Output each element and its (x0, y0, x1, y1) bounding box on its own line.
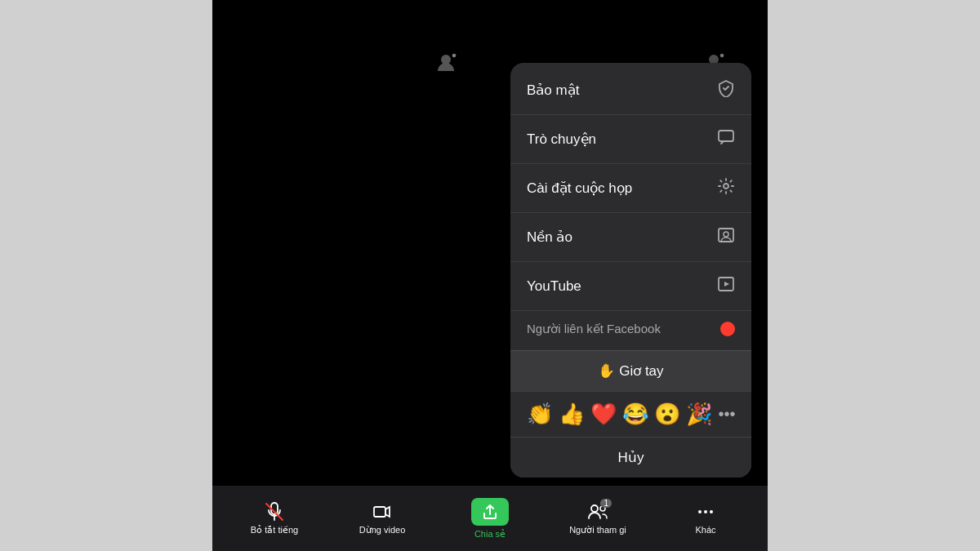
svg-rect-10 (719, 229, 733, 242)
emoji-more-button[interactable]: ••• (718, 405, 735, 424)
menu-item-tro-chuyen[interactable]: Trò chuyện (510, 115, 751, 164)
svg-point-11 (724, 232, 728, 237)
raise-hand-section[interactable]: ✋ Giơ tay (510, 350, 751, 391)
red-circle-icon (720, 322, 735, 336)
toolbar-mute[interactable]: Bỏ tắt tiếng (246, 502, 303, 535)
chat-icon (717, 128, 735, 150)
raise-hand-button[interactable]: ✋ Giơ tay (598, 363, 663, 379)
menu-item-cai-dat-label: Cài đặt cuộc họp (527, 180, 632, 197)
toolbar-participants[interactable]: 1 Người tham gi (569, 502, 626, 535)
more-icon-wrap (696, 502, 715, 522)
menu-item-youtube-label: YouTube (527, 278, 581, 295)
participant-left (433, 49, 459, 75)
participants-label: Người tham gi (569, 525, 626, 535)
dropdown-menu: Bảo mật Trò chuyện (510, 63, 751, 478)
play-icon (717, 275, 735, 297)
mute-icon-wrap (265, 502, 284, 522)
menu-item-tro-chuyen-label: Trò chuyện (527, 131, 596, 148)
emoji-laugh[interactable]: 😂 (622, 402, 648, 427)
menu-item-nen-ao-label: Nền ảo (527, 229, 572, 246)
mute-label: Bỏ tắt tiếng (251, 525, 298, 535)
svg-rect-8 (719, 131, 733, 141)
menu-item-cai-dat[interactable]: Cài đặt cuộc họp (510, 164, 751, 213)
svg-rect-15 (374, 507, 385, 517)
share-icon-wrap (471, 498, 509, 526)
emoji-row: 👏 👍 ❤️ 😂 😮 🎉 ••• (510, 391, 751, 437)
partial-item-label: Người liên kết Facebook (527, 322, 661, 336)
cancel-button[interactable]: Hủy (618, 450, 644, 465)
emoji-party[interactable]: 🎉 (686, 402, 712, 427)
menu-item-bao-mat-label: Bảo mật (527, 82, 579, 99)
menu-items-list: Bảo mật Trò chuyện (510, 63, 751, 350)
bottom-toolbar: Bỏ tắt tiếng Dừng video (212, 486, 768, 551)
menu-item-nen-ao[interactable]: Nền ảo (510, 213, 751, 262)
menu-item-bao-mat[interactable]: Bảo mật (510, 66, 751, 115)
video-label: Dừng video (359, 525, 406, 535)
participants-badge: 1 (600, 499, 612, 508)
svg-point-20 (710, 510, 713, 513)
cancel-section[interactable]: Hủy (510, 437, 751, 478)
emoji-clap[interactable]: 👏 (527, 402, 553, 427)
shield-icon (717, 79, 735, 101)
menu-item-partial[interactable]: Người liên kết Facebook (510, 311, 751, 347)
svg-point-18 (698, 510, 702, 513)
svg-point-19 (704, 510, 707, 513)
settings-icon (717, 177, 735, 199)
menu-item-youtube[interactable]: YouTube (510, 262, 751, 311)
video-area: Bảo mật Trò chuyện (212, 0, 768, 551)
phone-frame: Bảo mật Trò chuyện (212, 0, 768, 551)
share-label: Chia sẻ (474, 529, 506, 540)
svg-point-16 (591, 505, 598, 512)
emoji-thumbsup[interactable]: 👍 (559, 402, 585, 427)
svg-point-9 (724, 184, 728, 189)
toolbar-share[interactable]: Chia sẻ (461, 498, 519, 540)
toolbar-more[interactable]: Khác (677, 502, 734, 535)
emoji-heart[interactable]: ❤️ (590, 402, 617, 427)
emoji-wow[interactable]: 😮 (654, 402, 680, 427)
more-label: Khác (695, 525, 715, 535)
toolbar-video[interactable]: Dừng video (354, 502, 411, 535)
virtual-bg-icon (717, 226, 735, 248)
video-icon-wrap (372, 502, 392, 522)
participants-icon-wrap: 1 (587, 502, 608, 522)
